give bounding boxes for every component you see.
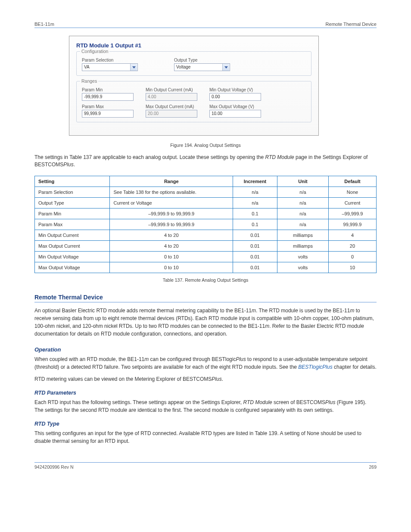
label-max-output-voltage: Max Output Voltage (V) xyxy=(209,104,261,109)
header-right: Remote Thermal Device xyxy=(326,22,377,27)
table-row: Max Output Voltage 0 to 10 0.01 volts 10 xyxy=(35,262,377,273)
figure-title: RTD Module 1 Output #1 xyxy=(76,42,311,49)
col-default: Default xyxy=(328,176,376,187)
label-min-output-voltage: Min Output Voltage (V) xyxy=(209,87,261,92)
page-header: BE1-11m Remote Thermal Device xyxy=(34,22,377,28)
subhead-rtd-parameters: RTD Parameters xyxy=(34,390,377,396)
col-unit: Unit xyxy=(277,176,329,187)
label-output-type: Output Type xyxy=(174,58,230,62)
table-remote-analog-output: Setting Range Increment Unit Default Par… xyxy=(34,176,377,273)
col-setting: Setting xyxy=(35,176,110,187)
input-param-min[interactable]: -99,999.9 xyxy=(82,93,134,101)
label-param-selection: Param Selection xyxy=(82,58,138,62)
table-row: Param Min –99,999.9 to 99,999.9 0.1 n/a … xyxy=(35,208,377,219)
input-max-output-voltage[interactable]: 10.00 xyxy=(209,110,261,118)
table-row: Max Output Current 4 to 20 0.01 milliamp… xyxy=(35,240,377,251)
footer-right: 269 xyxy=(369,464,377,470)
table-row: Output Type Current or Voltage n/a n/a C… xyxy=(35,197,377,208)
para-rtd-type: This setting configures an input for the… xyxy=(34,429,377,445)
legend-configuration: Configuration xyxy=(80,49,109,54)
para-rtd-params: Each RTD input has the following setting… xyxy=(34,398,377,414)
table-caption: Table 137. Remote Analog Output Settings xyxy=(34,277,377,283)
label-max-output-current: Max Output Current (mA) xyxy=(146,104,197,109)
subhead-operation: Operation xyxy=(34,346,377,353)
figure-analog-output: RTD Module 1 Output #1 Configuration Par… xyxy=(69,36,319,136)
col-range: Range xyxy=(110,176,233,187)
label-param-max: Param Max xyxy=(82,104,134,109)
dropdown-param-selection[interactable]: VA xyxy=(82,63,138,71)
table-header-row: Setting Range Increment Unit Default xyxy=(35,176,377,187)
para-operation: When coupled with an RTD module, the BE1… xyxy=(34,355,377,371)
table-row: Min Output Voltage 0 to 10 0.01 volts 0 xyxy=(35,251,377,262)
footer-left: 9424200996 Rev N xyxy=(34,464,74,470)
table-row: Min Output Current 4 to 20 0.01 milliamp… xyxy=(35,230,377,240)
dropdown-output-type[interactable]: Voltage xyxy=(174,63,230,71)
table-row: Param Max –99,999.9 to 99,999.9 0.1 n/a … xyxy=(35,219,377,230)
input-min-output-current: 4.00 xyxy=(146,93,197,101)
fieldset-configuration: Configuration Param Selection VA Output … xyxy=(76,51,311,76)
col-increment: Increment xyxy=(233,176,277,187)
input-min-output-voltage[interactable]: 0.00 xyxy=(209,93,261,101)
fieldset-ranges: Ranges Param Min -99,999.9 Min Output Cu… xyxy=(76,81,311,122)
input-max-output-current: 20.00 xyxy=(146,110,197,118)
intro-text: The settings in Table 137 are applicable… xyxy=(34,154,377,169)
chevron-down-icon xyxy=(130,64,137,71)
page-footer: 9424200996 Rev N 269 xyxy=(34,462,377,470)
header-left: BE1-11m xyxy=(34,22,54,27)
label-min-output-current: Min Output Current (mA) xyxy=(146,87,197,92)
figure-caption: Figure 194. Analog Output Settings xyxy=(34,143,377,148)
table-body: Param Selection See Table 138 for the op… xyxy=(35,187,377,273)
section-title: Remote Thermal Device xyxy=(34,294,377,302)
label-param-min: Param Min xyxy=(82,87,134,92)
subhead-rtd-type: RTD Type xyxy=(34,421,377,427)
para-intro: An optional Basler Electric RTD module a… xyxy=(34,307,377,338)
table-row: Param Selection See Table 138 for the op… xyxy=(35,187,377,197)
legend-ranges: Ranges xyxy=(80,78,98,84)
link-bestlogicplus[interactable]: BESTlogicPlus xyxy=(298,364,332,370)
para-metering: RTD metering values can be viewed on the… xyxy=(34,375,377,383)
input-param-max[interactable]: 99,999.9 xyxy=(82,110,134,118)
chevron-down-icon xyxy=(222,64,229,71)
